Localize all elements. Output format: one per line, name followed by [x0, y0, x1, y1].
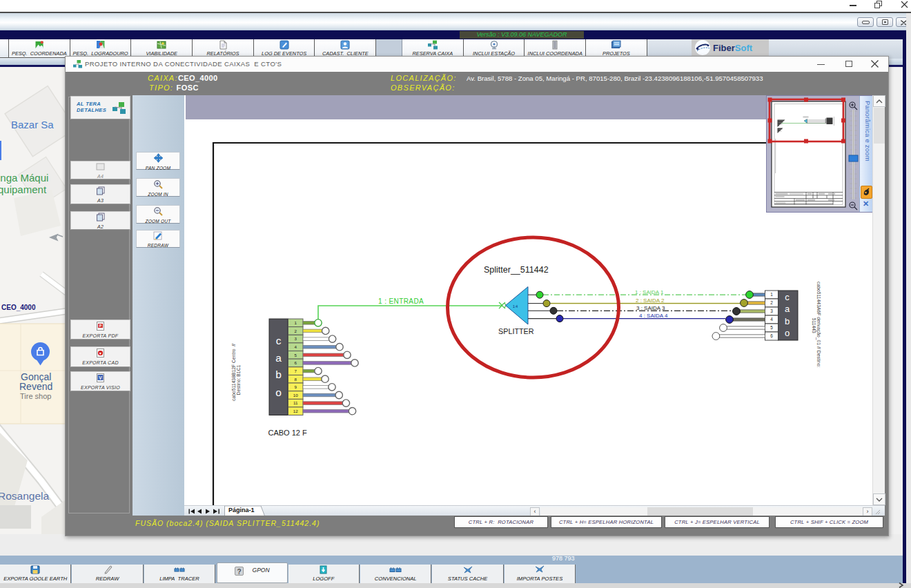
svg-text:2: 2: [770, 300, 773, 305]
svg-text:12: 12: [293, 409, 298, 413]
svg-text:c: c: [785, 292, 790, 302]
svg-text:Tire shop: Tire shop: [20, 392, 51, 400]
svg-text:1:4: 1:4: [513, 304, 518, 308]
svg-text:8: 8: [295, 377, 297, 382]
svg-text:SPLITTER: SPLITTER: [498, 327, 534, 335]
svg-text:5: 5: [295, 353, 297, 357]
svg-text:CEO_4000: CEO_4000: [1, 304, 36, 311]
svg-text:1: 1: [770, 292, 773, 297]
svg-text:4: 4: [295, 344, 297, 349]
svg-text:2 : SAIDA 2: 2 : SAIDA 2: [636, 297, 665, 304]
svg-text:Rosangela: Rosangela: [0, 490, 49, 502]
svg-text:Splitter__511442: Splitter__511442: [484, 265, 549, 275]
svg-text:9: 9: [295, 384, 297, 389]
svg-text:V: V: [99, 375, 102, 380]
svg-text:b: b: [275, 369, 282, 380]
svg-text:11: 11: [293, 400, 298, 405]
svg-text:quipament: quipament: [0, 184, 47, 195]
svg-text:3: 3: [770, 308, 773, 313]
svg-text:b: b: [785, 316, 790, 326]
svg-text:1: 1: [295, 320, 297, 325]
svg-text:Bazar Sa: Bazar Sa: [11, 119, 54, 130]
svg-text:o: o: [275, 386, 282, 398]
svg-text:5: 5: [770, 325, 773, 330]
svg-text:6: 6: [295, 360, 297, 365]
svg-text:1 : ENTRADA: 1 : ENTRADA: [378, 297, 424, 305]
svg-text:10: 10: [293, 393, 298, 398]
svg-text:4 : SAIDA 4: 4 : SAIDA 4: [639, 313, 668, 319]
svg-text:7: 7: [295, 369, 297, 373]
svg-text:a: a: [275, 352, 282, 364]
svg-text:Destino: B1C1: Destino: B1C1: [236, 364, 241, 395]
svg-text:inga Máqui: inga Máqui: [0, 172, 48, 184]
svg-text:511443: 511443: [812, 318, 816, 333]
svg-text:CABO 12 F: CABO 12 F: [268, 429, 308, 437]
svg-text:3: 3: [295, 336, 297, 341]
svg-text:cabo511438B12F Centro //: cabo511438B12F Centro //: [231, 344, 236, 401]
svg-text:o: o: [785, 328, 790, 338]
svg-text:6: 6: [770, 333, 773, 338]
svg-text:Revend: Revend: [19, 381, 52, 392]
svg-text:c: c: [276, 335, 282, 346]
svg-text:1 : SAIDA 1: 1 : SAIDA 1: [635, 289, 664, 295]
svg-text:3 : SAIDA 3: 3 : SAIDA 3: [636, 305, 665, 311]
svg-text:4: 4: [770, 317, 773, 322]
svg-text:▾: ▾: [99, 351, 101, 355]
svg-text:a: a: [785, 304, 790, 314]
svg-text:2: 2: [295, 329, 297, 333]
